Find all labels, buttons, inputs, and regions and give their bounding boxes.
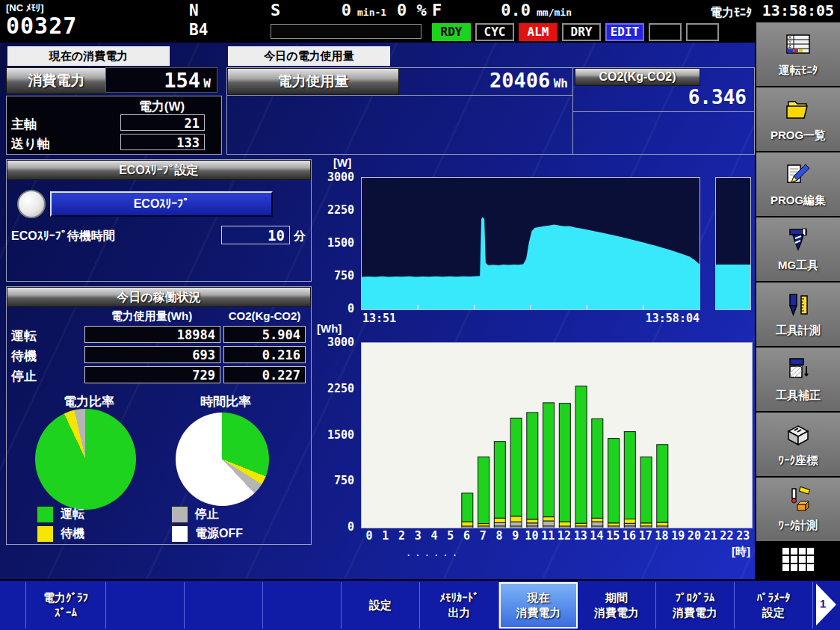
clock: 13:58:05 — [756, 0, 840, 22]
work-coord-icon — [785, 421, 812, 451]
softkey-9[interactable]: ﾌﾟﾛｸﾞﾗﾑ 消費電力 — [656, 582, 735, 629]
eco-wait-value[interactable]: 10 — [221, 226, 290, 244]
hourly-usage-plot — [361, 342, 753, 528]
softkey-empty-4 — [263, 582, 342, 629]
n-label: N — [189, 1, 199, 19]
axis-power-header: 電力(W) — [119, 98, 205, 115]
sidebar-button-4[interactable]: 工具計測 — [756, 282, 840, 346]
feed-label: F — [432, 1, 442, 19]
softkey-6[interactable]: ﾒﾓﾘｶｰﾄﾞ 出力 — [420, 582, 499, 629]
hour-label: 16 — [621, 529, 637, 543]
power-trend-svg — [362, 178, 700, 309]
sidebar-button-6[interactable]: ﾜｰｸ座標 — [756, 413, 840, 476]
hour-label: 15 — [605, 529, 621, 543]
work-measure-icon — [785, 487, 812, 516]
page-next-button[interactable]: 1 — [815, 582, 839, 627]
sidebar-button-label: MG工具 — [778, 259, 818, 273]
legend-swatch — [171, 525, 188, 543]
hour-label: 3 — [410, 529, 426, 543]
power-today-value: 20406 — [490, 69, 550, 92]
legend-item: 停止 — [171, 506, 219, 522]
softkey-7[interactable]: 現在 消費電力 — [499, 582, 578, 629]
hour-label: 20 — [686, 529, 702, 543]
n-value: B4 — [189, 21, 208, 39]
sidebar-button-0[interactable]: XYZ運転ﾓﾆﾀ — [756, 22, 840, 86]
status-co2-value: 0.216 — [223, 346, 306, 363]
status-wh-value: 729 — [84, 366, 220, 383]
feed-unit: mm/min — [537, 7, 572, 18]
power-now-label: 消費電力 — [6, 67, 107, 94]
softkey-5[interactable]: 設定 — [342, 582, 420, 629]
hourly-ytick: 0 — [309, 520, 354, 534]
co2-label: CO2(Kg-CO2) — [575, 68, 700, 86]
spindle-axis-value: 21 — [120, 114, 205, 131]
grid-icon — [782, 548, 814, 574]
status-wh-value: 693 — [84, 346, 220, 363]
softkey-1[interactable]: 電力ｸﾞﾗﾌ ｽﾞｰﾑ — [26, 582, 106, 629]
status-col-wh: 電力使用量(Wh) — [81, 309, 222, 324]
hour-label: 19 — [670, 529, 686, 543]
tab-today-usage: 今日の電力使用量 — [228, 46, 390, 66]
power-today-unit: Wh — [554, 76, 568, 90]
hour-label: 9 — [507, 529, 524, 543]
hour-label: 8 — [491, 529, 507, 543]
spindle-load-bar — [271, 24, 421, 39]
power-now-value-box: 154 W — [105, 67, 217, 93]
trend-x-end: 13:58:04 — [620, 312, 700, 325]
legend-item: 運転 — [37, 506, 84, 522]
hour-label: 22 — [719, 529, 735, 543]
sidebar-button-1[interactable]: PROG一覧 — [756, 87, 840, 151]
prog-edit-icon — [785, 161, 812, 191]
eco-sleep-button[interactable]: ECOｽﾘｰﾌﾟ — [50, 191, 273, 217]
bottombar: 電力ｸﾞﾗﾌ ｽﾞｰﾑ設定ﾒﾓﾘｶｰﾄﾞ 出力現在 消費電力期間 消費電力ﾌﾟﾛ… — [0, 579, 840, 630]
trend-ytick: 0 — [309, 302, 354, 315]
status-col-co2: CO2(Kg-CO2) — [220, 309, 309, 322]
softkey-empty-0 — [0, 582, 26, 629]
power-today-value-box: 20406 Wh — [399, 68, 568, 93]
sidebar-button-2[interactable]: PROG編集 — [756, 152, 840, 216]
power-today-label: 電力使用量 — [227, 68, 399, 95]
softkey-10[interactable]: ﾊﾟﾗﾒｰﾀ 設定 — [735, 582, 813, 629]
trend-ytick: 1500 — [309, 236, 354, 250]
menu-grid-button[interactable] — [756, 543, 840, 579]
trend-ytick: 3000 — [309, 170, 354, 184]
axis-power-panel: 電力(W) 主軸 21 送り軸 133 — [6, 96, 222, 155]
feed-axis-value: 133 — [120, 134, 205, 150]
legend-label: 停止 — [195, 507, 219, 520]
hourly-ytick: 2250 — [309, 382, 354, 395]
feed-axis-label: 送り軸 — [11, 135, 49, 152]
mg-tool-icon — [785, 226, 812, 256]
sidebar-button-7[interactable]: ﾜｰｸ計測 — [756, 478, 840, 541]
feed-value: 0.0 — [457, 1, 531, 19]
sidebar-button-5[interactable]: 工具補正 — [756, 348, 840, 411]
hour-label: 4 — [426, 529, 442, 543]
status-badges: RDYCYCALMDRYEDIT — [432, 23, 719, 40]
hour-label: 17 — [637, 529, 654, 543]
badge-dry: DRY — [562, 23, 601, 41]
nc-mode: [NC ﾒﾓﾘ] — [6, 2, 44, 13]
badge-cyc: CYC — [475, 23, 514, 41]
softkey-empty-2 — [106, 582, 185, 629]
eco-sleep-title: ECOｽﾘｰﾌﾟ設定 — [7, 160, 311, 180]
trend-ytick: 2250 — [309, 203, 354, 217]
time-ratio-pie — [176, 413, 269, 506]
hour-label: 5 — [442, 529, 459, 543]
legend-swatch — [171, 506, 188, 523]
hourly-ytick: 3000 — [309, 336, 354, 349]
power-ratio-title: 電力比率 — [33, 393, 145, 410]
spindle-label: S — [271, 1, 280, 19]
hour-label: 12 — [556, 529, 572, 543]
spindle-speed: 0 — [305, 1, 351, 19]
page-number: 1 — [820, 597, 826, 610]
svg-text:Z: Z — [788, 44, 791, 49]
hour-labels: 01234567891011121314151617181920212223 — [361, 529, 751, 544]
hour-label: 1 — [377, 529, 394, 543]
screen-title: 電力ﾓﾆﾀ — [671, 5, 752, 21]
legend-label: 待機 — [61, 527, 84, 540]
co2-value: 6.346 — [575, 86, 747, 108]
softkey-8[interactable]: 期間 消費電力 — [578, 582, 656, 629]
status-wh-value: 18984 — [84, 326, 220, 343]
sidebar-button-3[interactable]: MG工具 — [756, 217, 840, 281]
eco-wait-label: ECOｽﾘｰﾌﾟ待機時間 — [11, 229, 115, 244]
hourly-x-unit: [時] — [702, 545, 750, 559]
